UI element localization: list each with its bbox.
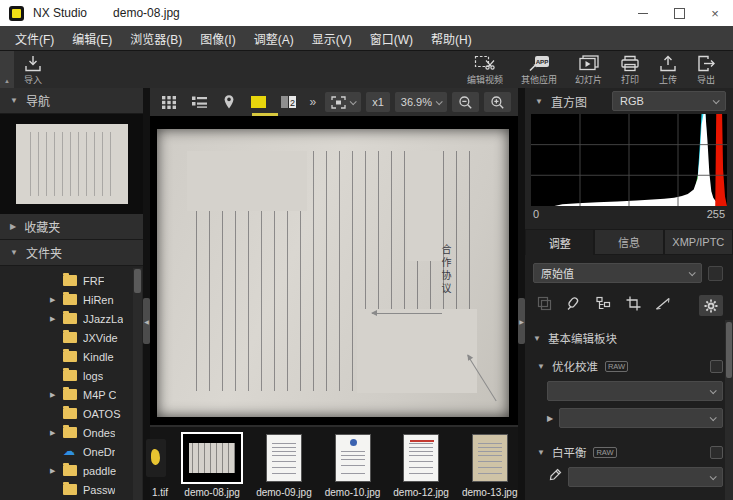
video-edit-button[interactable]: 编辑视频: [458, 51, 512, 88]
folder-item[interactable]: logs: [0, 366, 143, 385]
settings-button[interactable]: [699, 295, 723, 316]
toolbar-button-label: 导出: [697, 73, 715, 86]
folder-item[interactable]: ▶M4P C: [0, 385, 143, 404]
straighten-icon[interactable]: [655, 296, 671, 315]
menu-item[interactable]: 文件(F): [6, 30, 63, 47]
navigation-preview[interactable]: [0, 114, 143, 214]
filmstrip-thumbnail[interactable]: [403, 432, 439, 484]
list-view-icon[interactable]: [187, 91, 212, 113]
folder-name: paddle: [83, 465, 116, 477]
menu-item[interactable]: 帮助(H): [422, 30, 481, 47]
picture-control-select[interactable]: [547, 381, 723, 401]
expand-arrow-icon[interactable]: ▶: [50, 315, 63, 323]
scrollbar-thumb[interactable]: [134, 269, 141, 293]
histogram-section-header[interactable]: ▼ 直方图 RGB: [525, 88, 733, 114]
preset-menu-button[interactable]: [708, 266, 723, 281]
filmstrip-item[interactable]: 1.tif: [152, 432, 168, 498]
eyedropper-icon[interactable]: [547, 468, 562, 486]
actual-size-button[interactable]: x1: [366, 92, 390, 112]
fit-to-screen-button[interactable]: [325, 92, 361, 112]
right-panel-scrollbar[interactable]: [725, 320, 733, 500]
menu-item[interactable]: 窗口(W): [361, 30, 422, 47]
favorites-section-header[interactable]: ▶ 收藏夹: [0, 214, 143, 240]
menu-item[interactable]: 浏览器(B): [121, 30, 191, 47]
white-balance-checkbox[interactable]: [710, 446, 723, 459]
folder-item[interactable]: ▶Ondes: [0, 423, 143, 442]
filmstrip-thumbnail[interactable]: [154, 432, 166, 484]
toolbar-collapse-handle[interactable]: ▲: [0, 51, 14, 88]
folder-item[interactable]: ☁OneDr: [0, 442, 143, 461]
folders-section-header[interactable]: ▼ 文件夹: [0, 240, 143, 266]
filmstrip-item[interactable]: demo-13.jpg: [462, 432, 518, 498]
map-view-icon[interactable]: [216, 91, 241, 113]
picture-control-title: 优化校准: [552, 358, 598, 374]
white-balance-select[interactable]: [568, 467, 723, 487]
tab-XMP/IPTC[interactable]: XMP/IPTC: [664, 229, 733, 255]
menu-item[interactable]: 调整(A): [245, 30, 303, 47]
right-splitter[interactable]: ▶: [518, 88, 525, 500]
grid-view-icon[interactable]: [157, 91, 182, 113]
expand-arrow-icon[interactable]: ▶: [50, 296, 63, 304]
import-button[interactable]: 导入: [14, 51, 52, 88]
folder-item[interactable]: Passw: [0, 480, 143, 499]
chevron-right-icon[interactable]: ▶: [547, 414, 553, 423]
filmstrip-thumbnail[interactable]: [266, 432, 302, 484]
filmstrip-thumbnail[interactable]: [335, 432, 371, 484]
filmstrip-item[interactable]: demo-12.jpg: [393, 432, 449, 498]
folder-item[interactable]: OATOS: [0, 404, 143, 423]
folder-item[interactable]: FRF: [0, 271, 143, 290]
print-button[interactable]: 打印: [611, 51, 649, 88]
version-tree-icon[interactable]: [596, 296, 612, 315]
other-apps-button[interactable]: APP其他应用: [512, 51, 566, 88]
menu-item[interactable]: 图像(I): [191, 30, 244, 47]
export-button[interactable]: 导出: [687, 51, 725, 88]
menu-item[interactable]: 显示(V): [303, 30, 361, 47]
slideshow-button[interactable]: 幻灯片: [566, 51, 611, 88]
expand-arrow-icon[interactable]: ▶: [50, 429, 63, 437]
thumbnail-image: [146, 439, 166, 477]
folder-item[interactable]: Kindle: [0, 347, 143, 366]
basic-edit-section-header[interactable]: ▼ 基本编辑板块: [533, 330, 723, 346]
histogram-channel-select[interactable]: RGB: [612, 91, 726, 111]
picture-control-checkbox[interactable]: [710, 360, 723, 373]
zoom-out-button[interactable]: [452, 92, 479, 112]
filmstrip-item[interactable]: demo-09.jpg: [256, 432, 312, 498]
folder-item[interactable]: ▶JJazzLa: [0, 309, 143, 328]
copy-adjustments-icon[interactable]: [537, 296, 552, 315]
single-image-view-icon[interactable]: [246, 91, 271, 113]
menu-item[interactable]: 编辑(E): [63, 30, 121, 47]
compare-view-icon[interactable]: 2: [276, 91, 301, 113]
expand-arrow-icon[interactable]: ▶: [50, 467, 63, 475]
filmstrip-filename: 1.tif: [152, 487, 168, 498]
preset-select[interactable]: 原始值: [533, 263, 702, 283]
nav-section-header[interactable]: ▼ 导航: [0, 88, 143, 114]
left-splitter-handle[interactable]: ◀: [143, 298, 150, 344]
tab-调整[interactable]: 调整: [525, 229, 594, 255]
folder-item[interactable]: JXVide: [0, 328, 143, 347]
document-heading: 合作协议: [438, 244, 453, 296]
more-tools-chevron[interactable]: »: [306, 95, 321, 109]
picture-control-header[interactable]: ▼ 优化校准 RAW: [533, 358, 723, 374]
folder-scrollbar[interactable]: [133, 268, 142, 500]
upload-button[interactable]: 上传: [649, 51, 687, 88]
filmstrip-item[interactable]: demo-10.jpg: [325, 432, 381, 498]
expand-arrow-icon[interactable]: ▶: [50, 391, 63, 399]
crop-icon[interactable]: [626, 296, 641, 315]
tab-信息[interactable]: 信息: [594, 229, 663, 255]
minimize-button[interactable]: [625, 0, 661, 26]
filmstrip-thumbnail[interactable]: [472, 432, 508, 484]
picture-control-sub-select[interactable]: [559, 408, 723, 428]
close-button[interactable]: ×: [697, 0, 733, 26]
image-viewer[interactable]: 合作协议: [150, 116, 518, 425]
scrollbar-thumb[interactable]: [726, 322, 732, 378]
filmstrip-thumbnail-selected[interactable]: [181, 432, 243, 484]
folder-item[interactable]: ▶paddle: [0, 461, 143, 480]
filmstrip-item[interactable]: demo-08.jpg: [181, 432, 243, 498]
zoom-level-select[interactable]: 36.9%: [395, 92, 447, 112]
maximize-button[interactable]: [661, 0, 697, 26]
right-splitter-handle[interactable]: ▶: [518, 298, 525, 344]
retouch-brush-icon[interactable]: [566, 296, 582, 315]
zoom-in-button[interactable]: [484, 92, 511, 112]
white-balance-header[interactable]: ▼ 白平衡 RAW: [533, 444, 723, 460]
folder-item[interactable]: ▶HiRen: [0, 290, 143, 309]
